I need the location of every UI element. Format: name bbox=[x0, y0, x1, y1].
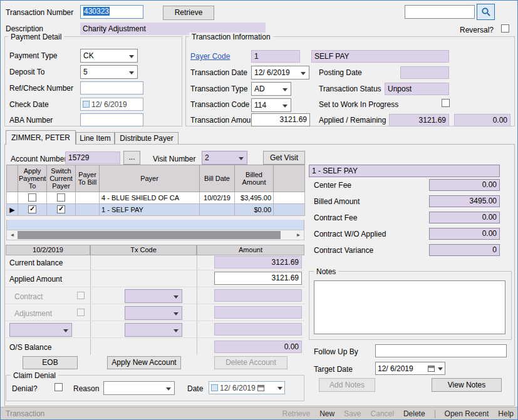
wip-label: Set to Work In Progress bbox=[319, 100, 398, 109]
grid-hline bbox=[6, 287, 304, 287]
reason-label: Reason bbox=[73, 384, 99, 393]
table-row[interactable]: 4 - BLUE SHIELD OF CA 10/02/19 $3,495.00 bbox=[7, 192, 305, 204]
follow-up-by-input[interactable] bbox=[375, 344, 507, 357]
contract-fee-label: Contract Fee bbox=[314, 213, 357, 222]
tab-patient[interactable]: ZIMMER, PETER bbox=[6, 130, 76, 145]
row-selector-header bbox=[7, 165, 18, 192]
delete-account-button[interactable]: Delete Account bbox=[214, 356, 287, 369]
search-button[interactable] bbox=[477, 4, 495, 20]
billed-amount-cell: $3,495.00 bbox=[235, 192, 274, 204]
statusbar-open-recent[interactable]: Open Recent bbox=[445, 409, 489, 418]
reversal-checkbox[interactable] bbox=[501, 24, 509, 33]
tab-line-item[interactable]: Line Item bbox=[76, 132, 115, 144]
grid-hline bbox=[6, 304, 304, 304]
visit-number-dropdown[interactable]: 2 bbox=[202, 151, 247, 165]
apply-payment-checkbox[interactable] bbox=[28, 205, 36, 213]
adjustment-tx-code-dropdown[interactable] bbox=[125, 306, 182, 320]
statusbar-delete[interactable]: Delete bbox=[403, 409, 425, 418]
posting-date-field bbox=[400, 66, 449, 79]
contract-tx-code-dropdown[interactable] bbox=[125, 289, 182, 303]
contract-variance-label: Contract Variance bbox=[314, 246, 373, 255]
payment-type-dropdown[interactable]: CK bbox=[80, 49, 138, 63]
statusbar-divider bbox=[435, 410, 435, 418]
adjustment-checkbox[interactable] bbox=[77, 309, 85, 316]
extra-type-dropdown[interactable] bbox=[9, 323, 72, 337]
statusbar-help[interactable]: Help bbox=[498, 409, 514, 418]
tab-distribute-payer[interactable]: Distribute Payer bbox=[115, 132, 179, 144]
payer-name-field: SELF PAY bbox=[311, 50, 449, 63]
ref-check-number-label: Ref/Check Number bbox=[9, 84, 73, 93]
transaction-code-dropdown[interactable]: 114 bbox=[251, 98, 291, 112]
extra-amount-field bbox=[214, 323, 302, 335]
payer-to-bill-cell bbox=[76, 204, 100, 216]
scroll-right-icon[interactable]: ► bbox=[293, 230, 304, 240]
denial-date-checkbox[interactable] bbox=[211, 384, 218, 391]
center-fee-label: Center Fee bbox=[314, 181, 351, 190]
status-bar-actions: Retrieve New Save Cancel Delete Open Rec… bbox=[282, 407, 514, 420]
transaction-number-input[interactable]: 430323 bbox=[80, 5, 143, 19]
payer-table: Apply Payment To Switch Current Payer Pa… bbox=[6, 165, 305, 216]
payer-cell: 4 - BLUE SHIELD OF CA bbox=[100, 192, 200, 204]
switch-payer-checkbox[interactable] bbox=[57, 205, 65, 213]
status-bar: Transaction Retrieve New Save Cancel Del… bbox=[1, 407, 517, 419]
check-date-picker[interactable]: 12/ 6/2019 bbox=[80, 98, 143, 111]
view-notes-button[interactable]: View Notes bbox=[432, 378, 502, 392]
transaction-status-label: Transaction Status bbox=[319, 85, 381, 93]
contract-fee-field: 0.00 bbox=[429, 212, 500, 223]
payer-table-header: Apply Payment To Switch Current Payer Pa… bbox=[7, 165, 305, 192]
statusbar-cancel[interactable]: Cancel bbox=[371, 409, 394, 418]
transaction-date-dropdown[interactable]: 12/ 6/2019 bbox=[251, 66, 309, 79]
switch-payer-checkbox[interactable] bbox=[57, 193, 65, 202]
grid-hline bbox=[6, 320, 304, 321]
contract-checkbox[interactable] bbox=[77, 292, 85, 299]
col-partial bbox=[274, 165, 305, 192]
contract-label: Contract bbox=[14, 292, 43, 301]
target-date-picker[interactable]: 12/ 6/2019 bbox=[375, 362, 445, 375]
transaction-amount-input[interactable]: 3121.69 bbox=[251, 113, 310, 126]
deposit-to-dropdown[interactable]: 5 bbox=[80, 65, 138, 79]
adjustment-label: Adjustment bbox=[14, 309, 52, 318]
ref-check-number-input[interactable] bbox=[80, 81, 143, 95]
grid-hline bbox=[6, 270, 304, 270]
denial-label: Denial? bbox=[12, 384, 38, 393]
grid-hline bbox=[6, 337, 304, 338]
current-balance-field: 3121.69 bbox=[214, 256, 302, 269]
aba-number-input[interactable] bbox=[80, 113, 143, 126]
calendar-icon bbox=[257, 385, 264, 391]
table-row-selected[interactable]: ▶ 1 - SELF PAY $0.00 bbox=[7, 204, 305, 216]
contract-wo-applied-label: Contract W/O Applied bbox=[314, 230, 386, 238]
retrieve-button[interactable]: Retrieve bbox=[163, 6, 214, 20]
col-switch-payer: Switch Current Payer bbox=[47, 165, 76, 192]
denial-checkbox[interactable] bbox=[54, 383, 63, 391]
statusbar-new[interactable]: New bbox=[319, 409, 334, 418]
apply-new-account-button[interactable]: Apply New Account bbox=[107, 356, 181, 369]
scrollbar-thumb[interactable] bbox=[18, 231, 281, 239]
col-billed-amount: Billed Amount bbox=[235, 165, 274, 192]
col-bill-date: Bill Date bbox=[200, 165, 235, 192]
scroll-left-icon[interactable]: ◄ bbox=[7, 230, 18, 240]
horizontal-scrollbar[interactable]: ◄ ► bbox=[6, 230, 304, 240]
follow-up-by-label: Follow Up By bbox=[314, 347, 358, 356]
reason-dropdown[interactable] bbox=[103, 381, 175, 395]
account-browse-button[interactable]: ... bbox=[123, 151, 140, 165]
applied-amount-input[interactable]: 3121.69 bbox=[214, 272, 302, 285]
notes-textarea[interactable] bbox=[314, 280, 505, 334]
transaction-date-label: Transaction Date bbox=[190, 68, 247, 77]
grid-tx-code-header: Tx Code bbox=[90, 245, 197, 255]
extra-tx-code-dropdown[interactable] bbox=[125, 323, 182, 337]
payer-code-link[interactable]: Payer Code bbox=[190, 52, 230, 61]
statusbar-save[interactable]: Save bbox=[344, 409, 361, 418]
apply-payment-checkbox[interactable] bbox=[28, 193, 36, 202]
check-date-checkbox[interactable] bbox=[83, 101, 90, 108]
transaction-type-dropdown[interactable]: AD bbox=[251, 82, 291, 96]
remaining-field: 0.00 bbox=[454, 114, 510, 126]
adjustment-amount-field bbox=[214, 306, 302, 319]
statusbar-retrieve[interactable]: Retrieve bbox=[282, 409, 310, 418]
wip-checkbox[interactable] bbox=[442, 99, 450, 107]
eob-button[interactable]: EOB bbox=[23, 356, 78, 369]
table-empty-area bbox=[6, 220, 304, 230]
denial-date-picker[interactable]: 12/ 6/2019 bbox=[209, 381, 285, 394]
search-input[interactable] bbox=[405, 5, 475, 19]
add-notes-button[interactable]: Add Notes bbox=[319, 378, 375, 392]
get-visit-button[interactable]: Get Visit bbox=[263, 151, 305, 165]
